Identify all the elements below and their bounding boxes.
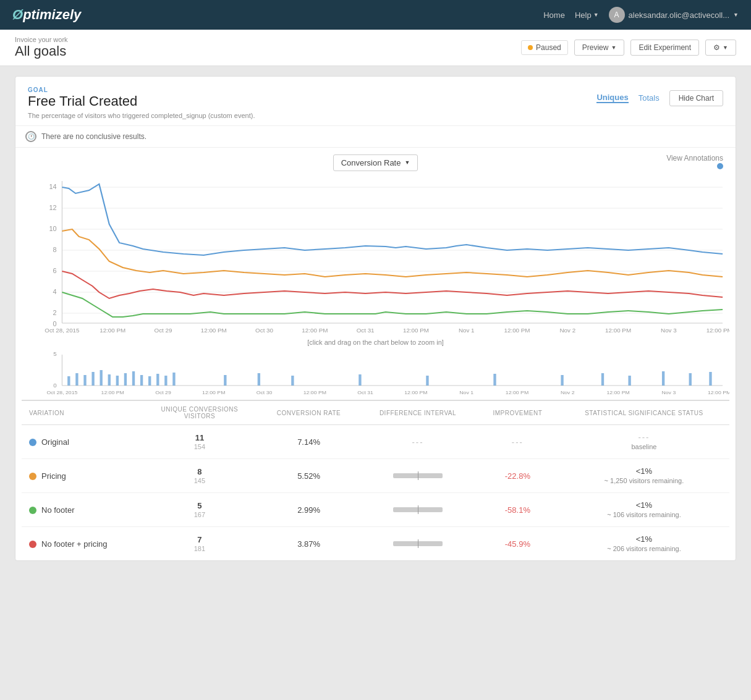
svg-text:10: 10: [49, 226, 57, 232]
col-variation: VARIATION: [22, 400, 141, 425]
svg-text:8: 8: [53, 247, 57, 253]
svg-text:12:00 PM: 12:00 PM: [101, 389, 124, 395]
svg-rect-59: [689, 373, 692, 386]
avatar: A: [609, 7, 625, 23]
svg-rect-36: [75, 373, 78, 386]
svg-rect-37: [83, 375, 86, 386]
annotation-dot: [717, 163, 723, 169]
svg-rect-54: [493, 374, 496, 386]
svg-text:Nov 1: Nov 1: [459, 389, 473, 395]
conclusive-bar: 🕐 There are no conclusive results.: [15, 126, 736, 148]
svg-text:12:00 PM: 12:00 PM: [606, 389, 629, 395]
svg-text:Oct 29: Oct 29: [155, 389, 171, 395]
tab-uniques[interactable]: Uniques: [596, 93, 628, 103]
svg-text:Nov 2: Nov 2: [559, 327, 575, 334]
svg-text:Oct 28, 2015: Oct 28, 2015: [45, 327, 79, 334]
svg-rect-46: [156, 374, 159, 386]
conversions-cell: 5167: [141, 493, 258, 527]
svg-rect-40: [108, 374, 111, 386]
variation-color-dot: [29, 507, 36, 514]
conversions-cell: 7181: [141, 527, 258, 561]
rate-cell: 5.52%: [258, 459, 359, 493]
svg-rect-60: [709, 372, 711, 386]
preview-button[interactable]: Preview ▼: [574, 40, 625, 56]
variation-color-dot: [29, 541, 36, 548]
conversions-cell: 11154: [141, 425, 258, 459]
svg-text:12: 12: [49, 205, 57, 211]
svg-text:Oct 30: Oct 30: [257, 389, 273, 395]
goal-title-section: GOAL Free Trial Created: [28, 86, 137, 109]
significance-cell: <1%~ 206 visitors remaining.: [559, 527, 729, 561]
significance-cell: ---baseline: [559, 425, 729, 459]
svg-rect-58: [662, 371, 664, 386]
status-badge: Paused: [521, 40, 568, 55]
variation-cell: No footer + pricing: [22, 527, 141, 561]
col-rate: CONVERSION RATE: [258, 400, 359, 425]
hide-chart-button[interactable]: Hide Chart: [669, 90, 723, 106]
help-chevron: ▼: [593, 12, 599, 18]
col-significance: STATISTICAL SIGNIFICANCE STATUS: [559, 400, 729, 425]
edit-experiment-button[interactable]: Edit Experiment: [630, 40, 699, 56]
svg-text:12:00 PM: 12:00 PM: [403, 327, 429, 334]
variation-cell: No footer: [22, 493, 141, 527]
nav-help[interactable]: Help ▼: [575, 11, 599, 20]
settings-icon: ⚙: [713, 43, 720, 52]
clock-icon: 🕐: [25, 131, 36, 142]
mini-chart-wrapper[interactable]: 5 0: [22, 348, 729, 400]
svg-text:12:00 PM: 12:00 PM: [404, 389, 427, 395]
svg-text:12:00 PM: 12:00 PM: [201, 327, 227, 334]
goal-title-row: GOAL Free Trial Created Uniques Totals H…: [28, 86, 723, 109]
difference-cell: [359, 459, 477, 493]
drag-hint: [click and drag on the chart below to zo…: [22, 337, 729, 348]
main-chart-wrapper: 14 12 10 8 6 4 2 0 Oct 28, 2015 12:00 PM…: [22, 175, 729, 337]
chart-area: Conversion Rate ▼ View Annotations: [15, 148, 736, 560]
svg-rect-44: [140, 375, 143, 386]
page-title: All goals: [15, 43, 68, 59]
significance-cell: <1%~ 106 visitors remaining.: [559, 493, 729, 527]
svg-text:12:00 PM: 12:00 PM: [706, 327, 729, 334]
svg-rect-38: [91, 372, 94, 386]
svg-text:12:00 PM: 12:00 PM: [202, 389, 225, 395]
settings-button[interactable]: ⚙ ▼: [705, 40, 736, 56]
goal-header: GOAL Free Trial Created Uniques Totals H…: [15, 77, 736, 126]
conversion-rate-dropdown[interactable]: Conversion Rate ▼: [333, 154, 418, 171]
improvement-cell: -22.8%: [477, 459, 559, 493]
svg-text:4: 4: [53, 289, 57, 295]
difference-cell: [359, 527, 477, 561]
svg-rect-50: [258, 373, 260, 386]
subtitle: Invoice your work: [15, 36, 68, 43]
svg-text:Nov 3: Nov 3: [661, 389, 676, 395]
variation-cell: Pricing: [22, 459, 141, 493]
svg-text:12:00 PM: 12:00 PM: [708, 389, 729, 395]
tab-totals[interactable]: Totals: [639, 93, 660, 103]
svg-text:Nov 2: Nov 2: [561, 389, 575, 395]
improvement-cell: -45.9%: [477, 527, 559, 561]
svg-text:5: 5: [53, 350, 56, 357]
goal-description: The percentage of visitors who triggered…: [28, 112, 723, 119]
svg-rect-42: [124, 373, 127, 386]
conversions-cell: 8145: [141, 459, 258, 493]
col-improvement: IMPROVEMENT: [477, 400, 559, 425]
svg-text:0: 0: [53, 321, 57, 327]
paused-dot: [528, 45, 533, 50]
col-difference: DIFFERENCE INTERVAL: [359, 400, 477, 425]
svg-text:12:00 PM: 12:00 PM: [605, 327, 631, 334]
subheader-right: Paused Preview ▼ Edit Experiment ⚙ ▼: [521, 40, 736, 56]
table-row: Pricing81455.52%-22.8%<1%~ 1,250 visitor…: [22, 459, 729, 493]
svg-text:Oct 29: Oct 29: [155, 327, 172, 334]
data-table: VARIATION UNIQUE CONVERSIONS VISITORS CO…: [22, 400, 729, 560]
view-annotations[interactable]: View Annotations: [666, 154, 723, 171]
svg-text:Oct 28, 2015: Oct 28, 2015: [46, 389, 77, 395]
table-row: Original111547.14%---------baseline: [22, 425, 729, 459]
mini-chart-svg: 5 0: [22, 348, 729, 398]
subheader-left: Invoice your work All goals: [15, 36, 68, 59]
nav-home[interactable]: Home: [543, 11, 565, 20]
conversion-chevron: ▼: [404, 159, 410, 166]
svg-rect-48: [172, 373, 175, 386]
rate-cell: 2.99%: [258, 493, 359, 527]
user-chevron: ▼: [733, 12, 739, 18]
settings-chevron: ▼: [723, 44, 728, 51]
svg-rect-53: [426, 376, 428, 386]
svg-text:6: 6: [53, 268, 57, 274]
nav-user[interactable]: A aleksandar.olic@activecoll... ▼: [609, 7, 739, 23]
